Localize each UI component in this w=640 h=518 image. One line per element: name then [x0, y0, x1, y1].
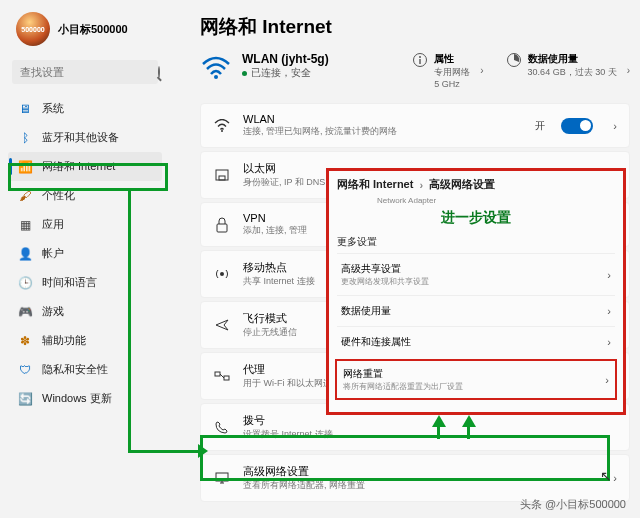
chevron-right-icon: ›	[605, 374, 609, 386]
wifi-icon	[213, 117, 231, 135]
sidebar-item-system[interactable]: 🖥系统	[8, 94, 162, 123]
breadcrumb-parent[interactable]: 网络和 Internet	[337, 177, 413, 192]
arrow-line	[128, 190, 131, 450]
svg-rect-10	[215, 372, 220, 376]
chevron-right-icon: ›	[607, 336, 611, 348]
chevron-right-icon: ›	[627, 65, 630, 76]
sidebar-item-time[interactable]: 🕒时间和语言	[8, 268, 162, 297]
monitor-icon: 🖥	[18, 102, 32, 116]
search-icon	[158, 66, 160, 78]
svg-point-5	[221, 130, 223, 132]
chevron-right-icon: ›	[419, 179, 423, 191]
sidebar-search[interactable]	[12, 60, 158, 84]
sidebar-item-gaming[interactable]: 🎮游戏	[8, 297, 162, 326]
overlay-item-reset[interactable]: 网络重置将所有网络适配器重置为出厂设置 ›	[335, 359, 617, 400]
chevron-right-icon: ›	[607, 305, 611, 317]
prop-properties[interactable]: 属性专用网络 5 GHz ›	[412, 52, 483, 89]
prop-data-usage[interactable]: 数据使用量30.64 GB，过去 30 天 ›	[506, 52, 630, 89]
data-icon	[506, 52, 522, 68]
chevron-right-icon: ›	[613, 472, 617, 484]
section-header: 更多设置	[337, 235, 615, 249]
sidebar: 500000 小目标500000 🖥系统 ᛒ蓝牙和其他设备 📶网络和 Inter…	[0, 0, 170, 518]
arrow-line	[128, 450, 200, 453]
breadcrumb: 网络和 Internet › 高级网络设置	[337, 177, 615, 192]
monitor-icon	[213, 469, 231, 487]
accessibility-icon: ✽	[18, 334, 32, 348]
search-input[interactable]	[20, 66, 158, 78]
card-advanced[interactable]: 高级网络设置查看所有网络适配器, 网络重置 ›	[200, 454, 630, 502]
chevron-right-icon: ›	[607, 269, 611, 281]
arrow-line	[437, 427, 440, 439]
wifi-status: 已连接，安全	[251, 66, 311, 80]
sidebar-item-bluetooth[interactable]: ᛒ蓝牙和其他设备	[8, 123, 162, 152]
profile-block[interactable]: 500000 小目标500000	[8, 8, 162, 50]
overlay-advanced-settings: 网络和 Internet › 高级网络设置 Network Adapter 进一…	[326, 168, 626, 415]
svg-point-9	[220, 272, 224, 276]
apps-icon: ▦	[18, 218, 32, 232]
airplane-icon	[213, 316, 231, 334]
network-hero: WLAN (jyht-5g) 已连接，安全 属性专用网络 5 GHz › 数据使…	[200, 52, 630, 89]
gamepad-icon: 🎮	[18, 305, 32, 319]
hotspot-icon	[213, 265, 231, 283]
chevron-right-icon: ›	[480, 65, 483, 76]
shield-icon: 🛡	[18, 363, 32, 377]
arrow-head-icon	[462, 415, 476, 427]
sidebar-item-accessibility[interactable]: ✽辅助功能	[8, 326, 162, 355]
overlay-item-data[interactable]: 数据使用量 ›	[337, 295, 615, 326]
bluetooth-icon: ᛒ	[18, 131, 32, 145]
clock-icon: 🕒	[18, 276, 32, 290]
annotation-text: 进一步设置	[337, 209, 615, 227]
wifi-large-icon	[200, 52, 232, 84]
overlay-item-sharing[interactable]: 高级共享设置更改网络发现和共享设置 ›	[337, 253, 615, 295]
arrow-head-icon	[198, 444, 208, 458]
status-dot-icon	[242, 71, 247, 76]
sidebar-item-privacy[interactable]: 🛡隐私和安全性	[8, 355, 162, 384]
arrow-line	[467, 427, 470, 439]
chevron-right-icon: ›	[613, 120, 617, 132]
sidebar-item-update[interactable]: 🔄Windows 更新	[8, 384, 162, 413]
wifi-icon: 📶	[18, 160, 32, 174]
lock-icon	[213, 216, 231, 234]
breadcrumb-current: 高级网络设置	[429, 177, 495, 192]
cursor-icon: ↖	[600, 468, 612, 484]
info-icon	[412, 52, 428, 68]
phone-icon	[213, 418, 231, 436]
person-icon: 👤	[18, 247, 32, 261]
proxy-icon	[213, 367, 231, 385]
svg-point-2	[419, 56, 421, 58]
svg-rect-11	[224, 376, 229, 380]
svg-rect-7	[219, 176, 225, 180]
page-title: 网络和 Internet	[200, 14, 630, 40]
svg-rect-6	[216, 170, 228, 180]
svg-rect-12	[216, 473, 228, 481]
watermark: 头条 @小目标500000	[520, 497, 626, 512]
arrow-head-icon	[432, 415, 446, 427]
sidebar-item-apps[interactable]: ▦应用	[8, 210, 162, 239]
sidebar-item-network[interactable]: 📶网络和 Internet	[8, 152, 162, 181]
card-wlan[interactable]: WLAN连接, 管理已知网络, 按流量计费的网络 开 ›	[200, 103, 630, 148]
brush-icon: 🖌	[18, 189, 32, 203]
overlay-item-hardware[interactable]: 硬件和连接属性 ›	[337, 326, 615, 357]
avatar: 500000	[16, 12, 50, 46]
adapter-label: Network Adapter	[377, 196, 615, 205]
sidebar-item-personalize[interactable]: 🖌个性化	[8, 181, 162, 210]
sidebar-item-account[interactable]: 👤帐户	[8, 239, 162, 268]
svg-rect-3	[420, 59, 421, 64]
svg-point-0	[214, 75, 218, 79]
ethernet-icon	[213, 166, 231, 184]
profile-name: 小目标500000	[58, 22, 128, 37]
svg-rect-8	[217, 224, 227, 232]
update-icon: 🔄	[18, 392, 32, 406]
wlan-toggle[interactable]	[561, 118, 593, 134]
wifi-name: WLAN (jyht-5g)	[242, 52, 402, 66]
